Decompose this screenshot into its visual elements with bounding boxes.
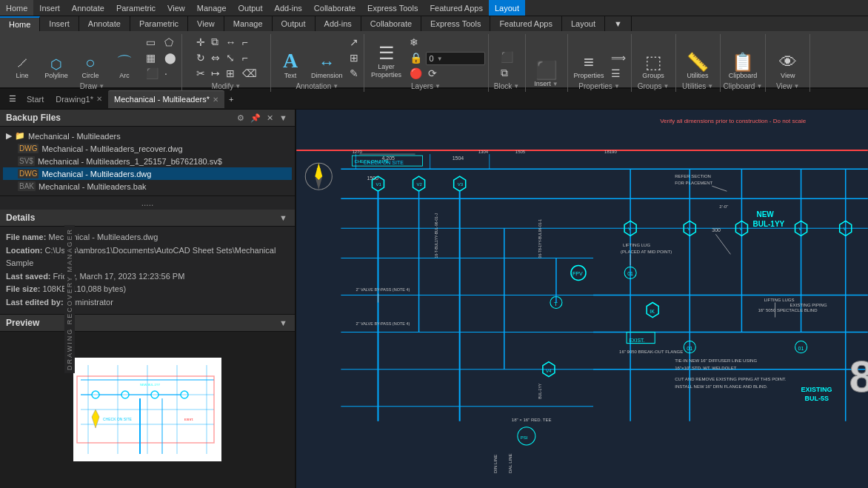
btn-dimension[interactable]: ↔ Dimension: [308, 52, 346, 81]
hamburger-menu[interactable]: ☰: [4, 93, 21, 105]
tree-item-2[interactable]: DWG Mechanical - Multileaders.dwg: [3, 167, 292, 180]
btn-block-sm-2[interactable]: ⧉: [498, 65, 515, 81]
layer-dropdown[interactable]: 0 ▼: [426, 52, 485, 65]
btn-draw-sm-3[interactable]: ⬛: [144, 66, 161, 81]
panel-close-btn[interactable]: ✕: [265, 113, 275, 123]
btn-match[interactable]: ⟹: [609, 50, 628, 65]
tree-root-item[interactable]: ▶ 📁 Mechanical - Multileaders: [3, 130, 292, 142]
tab-start[interactable]: Start: [21, 90, 50, 108]
btn-clipboard[interactable]: 📋 Clipboard: [726, 50, 761, 81]
utilities-dropdown-arrow[interactable]: ▼: [707, 83, 713, 90]
panel-pin-btn[interactable]: 📌: [249, 113, 262, 123]
btn-rotate[interactable]: ↻: [194, 50, 207, 65]
btn-arc[interactable]: ⌒ Arc: [108, 52, 141, 81]
btn-draw-sm-1[interactable]: ▭: [144, 35, 161, 50]
btn-insert[interactable]: ⬛ Insert ▼: [529, 59, 564, 89]
tab-home[interactable]: Home: [0, 16, 40, 31]
groups-dropdown-arrow[interactable]: ▼: [664, 83, 670, 90]
btn-erase[interactable]: ⌫: [240, 66, 259, 81]
details-expand-btn[interactable]: ▼: [278, 213, 289, 222]
tab-parametric[interactable]: Parametric: [130, 16, 188, 31]
panel-settings-btn[interactable]: ⚙: [236, 113, 246, 123]
dots-separator[interactable]: .....: [0, 196, 295, 210]
btn-layer-sm-1[interactable]: ❄: [407, 35, 424, 50]
tab-annotate[interactable]: Annotate: [79, 16, 130, 31]
tab-add-button[interactable]: +: [224, 93, 238, 105]
menu-manage[interactable]: Manage: [191, 0, 233, 16]
btn-utilities[interactable]: 📏 Utilities: [681, 50, 714, 81]
btn-mirror[interactable]: ⇔: [209, 50, 222, 65]
view-dropdown-arrow[interactable]: ▼: [794, 83, 800, 90]
menu-parametric[interactable]: Parametric: [110, 0, 161, 16]
btn-circle[interactable]: ○ Circle: [74, 52, 107, 81]
btn-array[interactable]: ⊞: [224, 66, 238, 81]
btn-layer-sm-2[interactable]: 🔒: [407, 50, 424, 65]
btn-layer-sm-4[interactable]: ⟳: [426, 66, 485, 81]
btn-draw-sm-4[interactable]: ⬠: [162, 35, 178, 50]
btn-text[interactable]: A Text: [274, 47, 307, 81]
btn-table[interactable]: ⊞: [347, 50, 361, 65]
panel-expand-btn[interactable]: ▼: [278, 113, 289, 123]
tab-express-tools[interactable]: Express Tools: [421, 16, 490, 31]
tab-view[interactable]: View: [188, 16, 224, 31]
tab-mechanical-close[interactable]: ✕: [213, 96, 218, 104]
menu-output[interactable]: Output: [233, 0, 269, 16]
preview-expand-btn[interactable]: ▼: [278, 318, 289, 327]
tree-item-3[interactable]: BAK Mechanical - Multileaders.bak: [3, 180, 292, 193]
btn-fillet[interactable]: ⌐: [240, 35, 259, 50]
btn-mleader[interactable]: ↗: [347, 35, 361, 50]
btn-block-sm-1[interactable]: ⬛: [498, 50, 515, 64]
tree-item-1[interactable]: SV$ Mechanical - Multileaders_1_25157_b6…: [3, 155, 292, 167]
tab-drawing1-close[interactable]: ✕: [96, 95, 102, 103]
btn-line[interactable]: ⟋ Line: [6, 52, 39, 81]
menu-layout[interactable]: Layout: [489, 0, 525, 16]
btn-view[interactable]: 👁 View: [772, 50, 804, 81]
btn-copy[interactable]: ⧉: [209, 34, 222, 50]
tab-output[interactable]: Output: [273, 16, 316, 31]
btn-stretch[interactable]: ↔: [224, 35, 238, 50]
menu-annotate[interactable]: Annotate: [66, 0, 110, 16]
tab-mechanical[interactable]: Mechanical - Multileaders* ✕: [108, 90, 224, 108]
backup-files-header[interactable]: Backup Files ⚙ 📌 ✕ ▼: [0, 110, 295, 127]
btn-move[interactable]: ✛: [194, 35, 207, 50]
btn-draw-sm-6[interactable]: ·: [162, 66, 178, 81]
btn-extend[interactable]: ↦: [209, 66, 222, 81]
menu-collaborate[interactable]: Collaborate: [308, 0, 361, 16]
btn-polyline[interactable]: ⬡ Polyline: [40, 55, 73, 81]
drawing-area[interactable]: Verify all dimensions prior to construct…: [296, 110, 868, 488]
menu-addins[interactable]: Add-ins: [269, 0, 308, 16]
tab-featured-apps[interactable]: Featured Apps: [490, 16, 562, 31]
tab-layout[interactable]: Layout: [562, 16, 605, 31]
tab-more[interactable]: ▼: [605, 16, 632, 31]
btn-list[interactable]: ☰: [609, 66, 628, 81]
properties-dropdown-arrow[interactable]: ▼: [614, 83, 620, 90]
draw-dropdown-arrow[interactable]: ▼: [99, 83, 104, 90]
menu-express-tools[interactable]: Express Tools: [361, 0, 424, 16]
btn-markups[interactable]: ✎: [347, 66, 361, 81]
btn-chamfer[interactable]: ⌐: [240, 50, 259, 65]
tab-addins[interactable]: Add-ins: [316, 16, 361, 31]
btn-draw-sm-5[interactable]: ⬤: [162, 50, 178, 65]
btn-groups[interactable]: ⬚ Groups: [637, 50, 670, 81]
layers-dropdown-arrow[interactable]: ▼: [435, 83, 441, 90]
tab-insert[interactable]: Insert: [40, 16, 79, 31]
btn-draw-sm-2[interactable]: ▦: [144, 50, 161, 65]
annotation-dropdown-arrow[interactable]: ▼: [333, 83, 338, 90]
btn-scale[interactable]: ⤡: [224, 50, 238, 65]
btn-properties[interactable]: ≡ Properties: [571, 50, 607, 81]
tab-collaborate[interactable]: Collaborate: [361, 16, 421, 31]
btn-trim[interactable]: ✂: [194, 66, 207, 81]
modify-dropdown-arrow[interactable]: ▼: [235, 83, 241, 90]
preview-header[interactable]: Preview ▼: [0, 315, 295, 332]
menu-view[interactable]: View: [161, 0, 191, 16]
clipboard-dropdown-arrow[interactable]: ▼: [756, 83, 762, 90]
btn-layer-sm-3[interactable]: 🔴: [407, 66, 424, 81]
details-header[interactable]: Details ▼: [0, 210, 295, 227]
menu-home[interactable]: Home: [0, 0, 33, 16]
menu-insert[interactable]: Insert: [33, 0, 66, 16]
tree-item-0[interactable]: DWG Mechanical - Multileaders_recover.dw…: [3, 142, 292, 155]
menu-featured-apps[interactable]: Featured Apps: [424, 0, 489, 16]
btn-layer-properties[interactable]: ☰ LayerProperties: [367, 41, 406, 81]
block-dropdown-arrow[interactable]: ▼: [513, 83, 519, 90]
tab-drawing1[interactable]: Drawing1* ✕: [50, 90, 108, 108]
